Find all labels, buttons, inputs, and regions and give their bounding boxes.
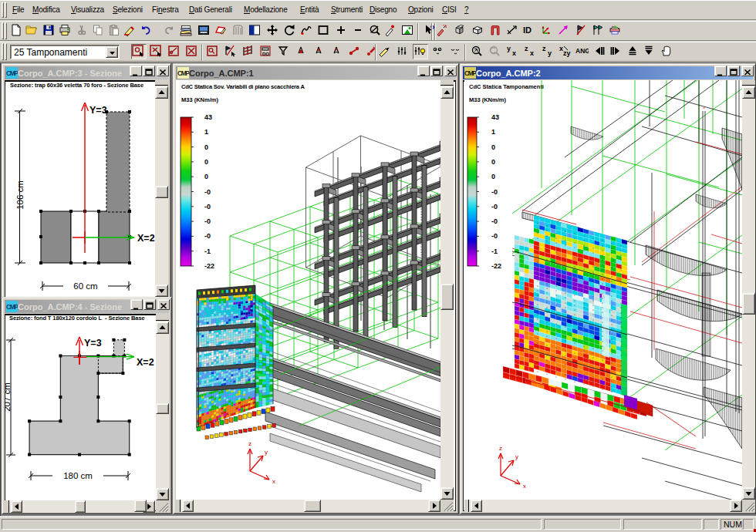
svg-text:x: x — [530, 49, 534, 57]
svg-text:-22: -22 — [204, 262, 214, 270]
svg-text:x: x — [512, 49, 516, 57]
svg-text:z: z — [248, 440, 251, 447]
svg-text:0: 0 — [491, 173, 495, 180]
svg-text:x: x — [272, 478, 275, 485]
svg-text:Y=3: Y=3 — [84, 338, 102, 348]
svg-text:z: z — [525, 45, 528, 52]
svg-text:M33 (KNm/m): M33 (KNm/m) — [469, 96, 506, 103]
svg-text:43: 43 — [491, 113, 499, 121]
svg-text:Y=3: Y=3 — [89, 105, 107, 116]
svg-text:-0: -0 — [204, 188, 211, 196]
svg-text:X=2: X=2 — [137, 233, 155, 244]
svg-text:-1: -1 — [204, 247, 211, 255]
svg-text:zy: zy — [563, 49, 571, 57]
svg-text:ID: ID — [523, 25, 532, 35]
svg-text:0: 0 — [204, 173, 208, 180]
svg-text:1: 1 — [491, 128, 495, 136]
svg-text:CdC Statica Tamponamenti: CdC Statica Tamponamenti — [469, 83, 544, 90]
svg-text:0: 0 — [491, 143, 495, 151]
svg-text:-22: -22 — [491, 262, 501, 270]
svg-text:z: z — [542, 45, 546, 52]
svg-text:-0: -0 — [491, 188, 498, 196]
svg-text:1: 1 — [204, 128, 208, 136]
svg-text:-0: -0 — [491, 217, 498, 225]
svg-text:60 cm: 60 cm — [73, 281, 97, 291]
svg-text:X=2: X=2 — [137, 357, 154, 368]
svg-text:CMP: CMP — [464, 69, 476, 77]
svg-text:x: x — [523, 483, 526, 490]
svg-text:ANG: ANG — [575, 47, 589, 55]
svg-text:CMP: CMP — [6, 303, 18, 311]
svg-text:CMP: CMP — [6, 69, 18, 77]
svg-text:0: 0 — [491, 158, 495, 166]
svg-text:y: y — [548, 49, 552, 57]
svg-text:207 cm: 207 cm — [5, 382, 12, 412]
svg-text:y: y — [265, 449, 268, 456]
svg-text:-0: -0 — [491, 232, 498, 240]
svg-text:CMP: CMP — [177, 69, 189, 77]
svg-text:-0: -0 — [204, 217, 211, 225]
svg-text:0: 0 — [204, 158, 208, 166]
svg-text:-0: -0 — [491, 203, 498, 210]
svg-text:DO: DO — [262, 52, 269, 56]
svg-text:M33 (KNm/m): M33 (KNm/m) — [181, 96, 218, 103]
svg-text:CdC Statica Sov. Variabili di: CdC Statica Sov. Variabili di piano scac… — [181, 83, 305, 90]
svg-text:43: 43 — [204, 113, 212, 121]
svg-text:-0: -0 — [204, 232, 211, 240]
svg-text:106 cm: 106 cm — [15, 180, 25, 210]
svg-text:0: 0 — [204, 143, 208, 151]
svg-text:z: z — [499, 445, 502, 452]
svg-text:-0: -0 — [204, 203, 211, 210]
svg-text:y: y — [515, 453, 518, 460]
svg-text:-1: -1 — [491, 247, 498, 255]
svg-text:y: y — [507, 45, 511, 52]
svg-text:180 cm: 180 cm — [63, 471, 93, 480]
